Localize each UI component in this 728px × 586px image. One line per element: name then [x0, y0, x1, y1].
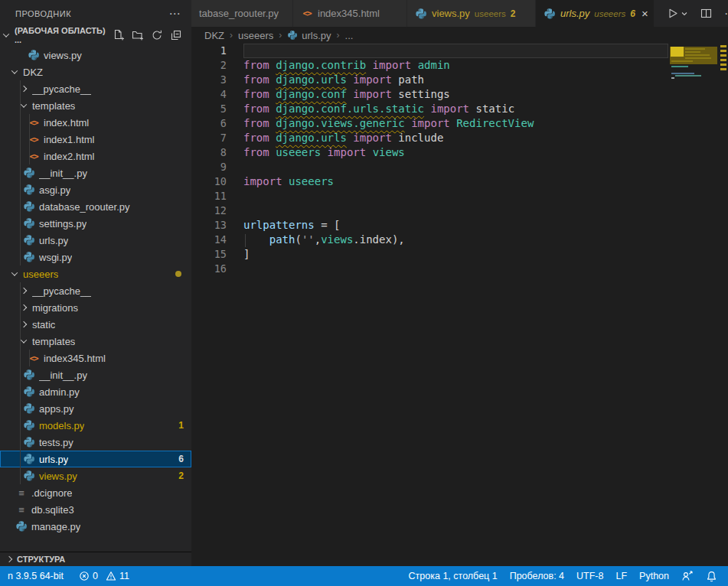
cursor-position-status[interactable]: Строка 1, столбец 1 — [403, 571, 504, 581]
code-line-7[interactable]: 7from django.urls import include — [191, 131, 728, 145]
breadcrumb-item-useeers[interactable]: useeers — [238, 30, 273, 41]
problems-badge: 2 — [178, 470, 184, 481]
generic-file-icon: ≡ — [15, 487, 28, 499]
python-file-icon — [287, 30, 298, 41]
tab-bar: tabase_roouter.py<>index345.htmlviews.py… — [191, 0, 728, 27]
close-tab-icon[interactable]: × — [641, 8, 648, 19]
tree-item--init-.py[interactable]: __init__.py — [0, 164, 191, 181]
tree-item-label: __pycache__ — [32, 83, 91, 95]
tree-item-DKZ[interactable]: DKZ — [0, 63, 191, 80]
line-content: from django.urls import path — [243, 73, 668, 87]
tree-item-migrations[interactable]: migrations — [0, 299, 191, 316]
python-file-icon — [23, 453, 35, 465]
sidebar-more-icon[interactable]: ⋯ — [169, 10, 181, 18]
code-line-4[interactable]: 4from django.conf import settings — [191, 87, 728, 102]
run-python-file-button[interactable] — [666, 7, 688, 20]
tree-item-database-roouter.py[interactable]: database_roouter.py — [0, 198, 191, 215]
tree-item-urls.py[interactable]: urls.py6 — [0, 451, 191, 467]
outline-section-header[interactable]: СТРУКТУРА — [0, 552, 191, 566]
overview-ruler[interactable] — [719, 44, 728, 566]
tree-item-label: __pycache__ — [32, 285, 91, 297]
tab-label: urls.py — [560, 8, 589, 19]
workspace-section-header[interactable]: (РАБОЧАЯ ОБЛАСТЬ) ... — [0, 27, 191, 44]
code-line-11[interactable]: 11 — [191, 189, 728, 203]
python-file-icon — [28, 49, 40, 61]
tree-item-templates[interactable]: templates — [0, 333, 191, 350]
code-editor[interactable]: 12from django.contrib import admin3from … — [191, 44, 728, 566]
tab-views.py[interactable]: views.pyuseeers2 — [407, 0, 536, 27]
code-line-13[interactable]: 13urlpatterns = [ — [191, 218, 728, 233]
breadcrumb-item-urls.py[interactable]: urls.py — [287, 30, 331, 41]
tree-item-db.sqlite3[interactable]: ≡db.sqlite3 — [0, 501, 191, 518]
code-line-9[interactable]: 9 — [191, 160, 728, 174]
new-folder-icon[interactable] — [132, 29, 144, 41]
tree-item-templates[interactable]: templates — [0, 97, 191, 114]
tab-tabase-roouter.py[interactable]: tabase_roouter.py — [191, 0, 293, 27]
indentation-status[interactable]: Пробелов: 4 — [504, 571, 570, 581]
breadcrumb-separator-icon: › — [337, 30, 340, 41]
tree-item--pycache-[interactable]: __pycache__ — [0, 282, 191, 299]
problems-status[interactable]: 0 11 — [79, 571, 129, 581]
code-line-15[interactable]: 15] — [191, 247, 728, 262]
new-file-icon[interactable] — [113, 29, 125, 41]
tree-item-manage.py[interactable]: manage.py — [0, 518, 191, 535]
collapse-all-icon[interactable] — [170, 29, 182, 41]
tree-item-label: index1.html — [44, 134, 94, 145]
tree-item--init-.py[interactable]: __init__.py — [0, 366, 191, 383]
breadcrumb[interactable]: DKZ›useeers›urls.py›... — [191, 27, 728, 44]
language-mode-status[interactable]: Python — [633, 571, 675, 581]
editor-actions: ⋯ — [655, 0, 728, 27]
breadcrumb-item-...[interactable]: ... — [345, 30, 354, 41]
tree-item-settings.py[interactable]: settings.py — [0, 215, 191, 232]
tree-item-views.py[interactable]: views.py2 — [0, 467, 191, 484]
chevron-down-icon — [3, 31, 9, 37]
tree-item-.dcignore[interactable]: ≡.dcignore — [0, 484, 191, 501]
line-content — [243, 262, 668, 276]
vscode-window: ПРОВОДНИК ⋯ (РАБОЧАЯ ОБЛАСТЬ) ... views.… — [0, 0, 728, 586]
tree-item-label: __init__.py — [39, 370, 87, 381]
tree-item-admin.py[interactable]: admin.py — [0, 383, 191, 400]
python-file-icon — [23, 200, 35, 213]
tree-item-tests.py[interactable]: tests.py — [0, 434, 191, 451]
code-line-3[interactable]: 3from django.urls import path — [191, 73, 728, 87]
tree-item-label: settings.py — [39, 218, 87, 230]
encoding-status[interactable]: UTF-8 — [570, 571, 609, 581]
eol-status[interactable]: LF — [609, 571, 633, 581]
tree-item-static[interactable]: static — [0, 316, 191, 333]
code-line-8[interactable]: 8from useeers import views — [191, 145, 728, 160]
tree-indent-guide — [20, 282, 21, 484]
tree-item-views.py[interactable]: views.py — [0, 47, 191, 63]
breadcrumb-item-DKZ[interactable]: DKZ — [204, 30, 224, 41]
python-file-icon — [23, 167, 35, 179]
refresh-icon[interactable] — [151, 29, 163, 41]
code-line-2[interactable]: 2from django.contrib import admin — [191, 58, 728, 73]
more-actions-icon[interactable]: ⋯ — [724, 10, 728, 18]
python-interpreter-status[interactable]: n 3.9.5 64-bit — [2, 571, 70, 581]
tree-item-models.py[interactable]: models.py1 — [0, 417, 191, 434]
line-number: 12 — [191, 203, 227, 218]
feedback-icon[interactable] — [675, 570, 700, 582]
tree-item-asgi.py[interactable]: asgi.py — [0, 181, 191, 198]
tree-item-apps.py[interactable]: apps.py — [0, 400, 191, 417]
sidebar-header: ПРОВОДНИК ⋯ — [0, 0, 191, 27]
line-content: from django.conf import settings — [243, 87, 668, 102]
split-editor-icon[interactable] — [700, 7, 713, 20]
code-line-12[interactable]: 12 — [191, 203, 728, 218]
tree-item-label: templates — [32, 336, 75, 347]
tab-index345.html[interactable]: <>index345.html — [293, 0, 407, 27]
tab-urls.py[interactable]: urls.pyuseeers6× — [536, 0, 655, 27]
tree-item--pycache-[interactable]: __pycache__ — [0, 80, 191, 97]
bell-icon[interactable] — [700, 571, 723, 582]
code-line-16[interactable]: 16 — [191, 262, 728, 276]
minimap[interactable] — [670, 44, 719, 197]
tree-item-useeers[interactable]: useeers — [0, 265, 191, 282]
code-line-6[interactable]: 6from django.views.generic import Redire… — [191, 116, 728, 131]
code-line-5[interactable]: 5from django.conf.urls.static import sta… — [191, 102, 728, 116]
run-dropdown-icon[interactable] — [681, 10, 688, 18]
code-line-14[interactable]: 14 path('',views.index), — [191, 233, 728, 247]
python-file-icon — [23, 184, 35, 196]
tree-item-urls.py[interactable]: urls.py — [0, 232, 191, 249]
code-line-10[interactable]: 10import useeers — [191, 174, 728, 189]
code-line-1[interactable]: 1 — [191, 44, 728, 58]
tree-item-wsgi.py[interactable]: wsgi.py — [0, 249, 191, 265]
